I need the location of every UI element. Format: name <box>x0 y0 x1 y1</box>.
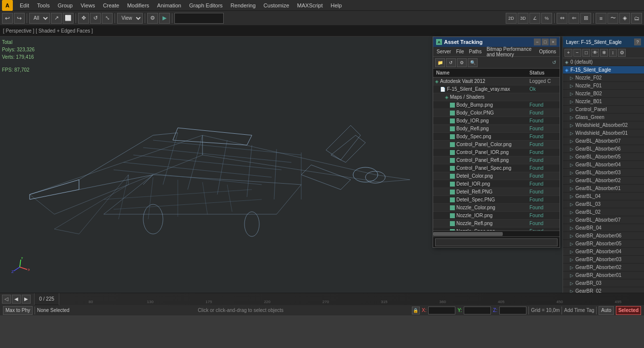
layer-item-gearbl-abs01[interactable]: ▷GearBL_Absorber01 <box>563 185 644 193</box>
max-to-phy-btn[interactable]: Max to Phy <box>3 306 33 315</box>
layer-collapse-btn[interactable]: ↕ <box>609 49 617 57</box>
layer-item-gearbl-abs04[interactable]: ▷GearBL_Absorber04 <box>563 161 644 169</box>
asset-horizontal-scrollbar[interactable] <box>433 231 560 236</box>
align-button[interactable]: ⇐ <box>568 13 579 24</box>
table-row[interactable]: Deteil_Spec.PNG Found <box>433 196 560 204</box>
table-row[interactable]: Control_Panel_Color.png Found <box>433 141 560 149</box>
table-row[interactable]: Body_Spec.png Found <box>433 133 560 141</box>
layer-item-gearbr-abs07[interactable]: ▷GearBL_Absorber07 <box>563 216 644 224</box>
layer-item-gearbr-abs06[interactable]: ▷GearBR_Absorber06 <box>563 232 644 240</box>
table-row[interactable]: 📄 F-15_Silent_Eagle_vray.max Ok <box>433 85 560 93</box>
layer-item-gearbl-abs07[interactable]: ▷GearBL_Absorber07 <box>563 137 644 145</box>
layer-panel-help-btn[interactable]: ? <box>634 39 641 45</box>
layer-item-gearbr-02[interactable]: ▷GearBR_02 <box>563 287 644 293</box>
menu-animation[interactable]: Animation <box>153 1 185 9</box>
table-row[interactable]: ◈ Maps / Shaders <box>433 93 560 101</box>
table-row[interactable]: Body_Bump.png Found <box>433 101 560 109</box>
layer-item-f15[interactable]: ◈ F-15_Silent_Eagle <box>563 66 644 74</box>
layer-item-gearbr-abs05[interactable]: ▷GearBR_Absorber05 <box>563 240 644 248</box>
menu-group[interactable]: Group <box>54 1 77 9</box>
layer-item-gearbr-abs01[interactable]: ▷GearBR_Absorber01 <box>563 271 644 279</box>
layer-item-gearbl-abs03[interactable]: ▷GearBL_Absorber03 <box>563 169 644 177</box>
layer-item-nozzle-f02[interactable]: ▷Nozzle_F02 <box>563 74 644 82</box>
table-row[interactable]: Deteil_IOR.png Found <box>433 180 560 188</box>
schematic-view-button[interactable]: ◈ <box>619 13 630 24</box>
menu-customize[interactable]: Customize <box>260 1 293 9</box>
mirror-button[interactable]: ⇔ <box>557 13 567 24</box>
layer-list[interactable]: ◈ 0 (default) ◈ F-15_Silent_Eagle ▷Nozzl… <box>563 58 644 293</box>
auto-key-btn[interactable]: Auto <box>599 306 614 315</box>
menu-graph-editors[interactable]: Graph Editors <box>185 1 227 9</box>
asset-tool-1[interactable]: 📁 <box>435 58 445 67</box>
table-row[interactable]: Control_Panel_Refl.png Found <box>433 156 560 164</box>
menu-create[interactable]: Create <box>99 1 123 9</box>
asset-menu-file[interactable]: File <box>453 48 466 55</box>
layer-item-gearbl-abs05[interactable]: ▷GearBL_Absorber05 <box>563 153 644 161</box>
layer-item-gearbl-02[interactable]: ▷GearBL_02 <box>563 208 644 216</box>
menu-maxscript[interactable]: MAXScript <box>293 1 327 9</box>
snap-2d-button[interactable]: 2D <box>506 13 517 24</box>
layer-item-glass-green[interactable]: ▷Glass_Green <box>563 114 644 121</box>
layer-item-gearbl-abs06[interactable]: ▷GearBL_Absorber06 <box>563 145 644 153</box>
table-row[interactable]: Deteil_Refl.PNG Found <box>433 188 560 196</box>
table-row[interactable]: Body_Refl.png Found <box>433 125 560 133</box>
layer-freeze-btn[interactable]: ❄ <box>600 49 608 57</box>
asset-search-input[interactable] <box>435 238 558 246</box>
move-button[interactable]: ✥ <box>78 13 89 24</box>
table-row[interactable]: ◈ Autodesk Vault 2012 Logged C <box>433 77 560 85</box>
select-by-dropdown[interactable]: All <box>29 13 50 24</box>
asset-panel-maximize-btn[interactable]: □ <box>542 39 549 45</box>
layer-item-control-panel[interactable]: ▷Control_Panel <box>563 106 644 114</box>
set-key-btn[interactable]: Selected <box>616 306 641 315</box>
asset-tool-refresh[interactable]: ↺ <box>551 59 558 66</box>
layer-add-btn[interactable]: + <box>564 49 572 57</box>
select-window-button[interactable]: ⬜ <box>63 13 74 24</box>
table-row[interactable]: Deteil_Color.png Found <box>433 172 560 180</box>
layer-item-gearbr-03[interactable]: ▷GearBR_03 <box>563 279 644 287</box>
z-coord-input[interactable] <box>499 307 526 314</box>
play-button[interactable]: ◁ <box>2 295 11 304</box>
layer-item-gearbr-abs02[interactable]: ▷GearBR_Absorber02 <box>563 264 644 271</box>
prev-frame-btn[interactable]: ◀ <box>12 295 21 304</box>
asset-menu-server[interactable]: Server <box>434 48 453 55</box>
asset-tool-3[interactable]: ⚙ <box>457 58 467 67</box>
array-button[interactable]: ⊞ <box>580 13 591 24</box>
layer-item-nozzle-b01[interactable]: ▷Nozzle_B01 <box>563 98 644 106</box>
snap-3d-button[interactable]: 3D <box>518 13 528 24</box>
x-coord-input[interactable] <box>428 307 455 314</box>
search-input[interactable] <box>174 13 224 24</box>
layer-item-nozzle-f01[interactable]: ▷Nozzle_F01 <box>563 82 644 90</box>
asset-tool-4[interactable]: 🔍 <box>468 58 478 67</box>
table-row[interactable]: Nozzle_Color.png Found <box>433 204 560 212</box>
select-button[interactable]: ↗ <box>51 13 62 24</box>
table-row[interactable]: Control_Panel_IOR.png Found <box>433 149 560 156</box>
asset-browser-button[interactable]: 🗂 <box>631 13 642 24</box>
snap-angle-button[interactable]: ∠ <box>529 13 540 24</box>
render-button[interactable]: ▶ <box>159 13 170 24</box>
layer-select-btn[interactable]: □ <box>582 49 590 57</box>
asset-panel-minimize-btn[interactable]: − <box>534 39 541 45</box>
layer-manager-button[interactable]: ≡ <box>596 13 606 24</box>
layer-props-btn[interactable]: ⚙ <box>618 49 626 57</box>
layer-item-gearbr-abs04[interactable]: ▷GearBR_Absorber04 <box>563 248 644 256</box>
render-setup-button[interactable]: ⚙ <box>147 13 158 24</box>
asset-menu-options[interactable]: Options <box>537 48 559 55</box>
rotate-button[interactable]: ↺ <box>90 13 101 24</box>
timeline-track[interactable]: 80 130 175 220 270 315 360 405 450 495 <box>59 293 644 305</box>
asset-menu-paths[interactable]: Paths <box>467 48 484 55</box>
layer-item-gearbl-03[interactable]: ▷GearBL_03 <box>563 200 644 208</box>
menu-views[interactable]: Views <box>77 1 99 9</box>
layer-item-gearbr-04[interactable]: ▷GearBR_04 <box>563 224 644 232</box>
undo-button[interactable]: ↩ <box>2 13 13 24</box>
menu-modifiers[interactable]: Modifiers <box>123 1 153 9</box>
layer-item-gearbl-04[interactable]: ▷GearBL_04 <box>563 193 644 200</box>
layer-item-0[interactable]: ◈ 0 (default) <box>563 58 644 66</box>
stop-btn[interactable]: ▶ <box>22 295 31 304</box>
menu-tools[interactable]: Tools <box>33 1 54 9</box>
table-row[interactable]: Control_Panel_Spec.png Found <box>433 164 560 172</box>
redo-button[interactable]: ↪ <box>14 13 25 24</box>
scale-button[interactable]: ⤡ <box>102 13 113 24</box>
y-coord-input[interactable] <box>464 307 491 314</box>
menu-edit[interactable]: Edit <box>16 1 33 9</box>
table-row[interactable]: Body_IOR.png Found <box>433 117 560 125</box>
